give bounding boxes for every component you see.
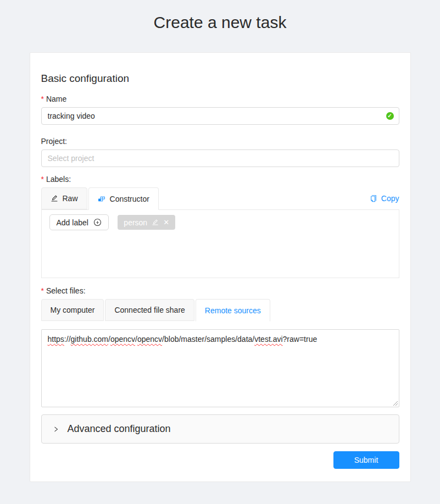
valid-check-icon: ✓ — [386, 112, 394, 120]
edit-label-icon[interactable] — [152, 219, 159, 226]
name-field-wrap: ✓ — [41, 107, 399, 125]
tab-constructor[interactable]: Constructor — [88, 187, 159, 210]
advanced-configuration-header[interactable]: Advanced configuration — [41, 414, 399, 444]
tab-constructor-label: Constructor — [110, 195, 149, 203]
project-label: Project: — [41, 137, 399, 146]
tab-remote-sources-label: Remote sources — [205, 306, 261, 315]
tab-raw-label: Raw — [63, 194, 78, 203]
tab-remote-sources[interactable]: Remote sources — [196, 299, 270, 322]
tab-connected-file-share[interactable]: Connected file share — [105, 299, 194, 321]
submit-row: Submit — [41, 451, 399, 469]
url-text: :// — [64, 335, 71, 344]
project-select-input[interactable] — [41, 149, 399, 167]
url-text: opencv — [110, 335, 135, 344]
files-tabbar: My computer Connected file share Remote … — [41, 299, 399, 321]
url-text: /blob/master/samples/data/ — [162, 335, 254, 344]
build-icon — [98, 195, 105, 203]
plus-circle-icon — [93, 218, 102, 226]
edit-icon — [51, 195, 58, 202]
submit-button[interactable]: Submit — [333, 451, 399, 469]
copy-labels-button[interactable]: Copy — [370, 194, 399, 203]
url-text: ?raw=true — [283, 335, 318, 344]
label-constructor-panel: Add label person ✕ — [41, 209, 399, 278]
resize-handle[interactable] — [393, 401, 398, 406]
advanced-configuration-title: Advanced configuration — [68, 423, 171, 435]
url-text: github.com — [71, 335, 108, 344]
remote-urls-textarea[interactable]: https://github.com/opencv/opencv/blob/ma… — [41, 329, 399, 407]
label-tag-name: person — [124, 218, 147, 227]
copy-icon — [370, 195, 377, 202]
required-asterisk: * — [41, 286, 44, 295]
task-form-card: Basic configuration *Name ✓ Project: *La… — [30, 52, 411, 482]
required-asterisk: * — [41, 175, 44, 184]
remove-label-icon[interactable]: ✕ — [163, 219, 169, 226]
project-field-wrap — [41, 149, 399, 167]
required-asterisk: * — [41, 95, 44, 103]
labels-label: *Labels: — [41, 175, 399, 184]
copy-label: Copy — [381, 194, 399, 203]
create-task-page: Create a new task Basic configuration *N… — [0, 0, 440, 504]
select-files-label: *Select files: — [41, 286, 399, 295]
url-text: vtest.avi — [254, 335, 282, 344]
tab-connected-file-share-label: Connected file share — [114, 306, 185, 314]
tab-my-computer-label: My computer — [51, 306, 95, 314]
label-tag-person[interactable]: person ✕ — [118, 215, 175, 230]
tab-raw[interactable]: Raw — [41, 187, 87, 209]
labels-tabbar: Raw Constructor Copy — [41, 187, 399, 209]
url-text: https — [48, 335, 64, 344]
task-name-input[interactable] — [41, 107, 399, 125]
add-label-button[interactable]: Add label — [49, 214, 109, 230]
chevron-right-icon — [53, 426, 59, 433]
url-text: opencv — [137, 335, 162, 344]
page-title: Create a new task — [0, 0, 440, 33]
basic-configuration-heading: Basic configuration — [41, 73, 399, 85]
add-label-text: Add label — [57, 218, 88, 227]
name-label: *Name — [41, 95, 399, 103]
tab-my-computer[interactable]: My computer — [41, 299, 104, 321]
